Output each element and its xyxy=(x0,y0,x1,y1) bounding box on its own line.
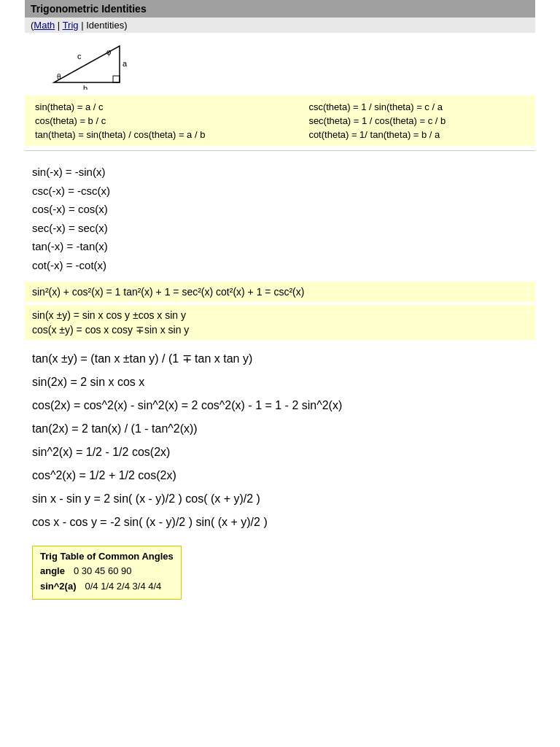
divider xyxy=(25,150,535,151)
product-cos-formula: cos x - cos y = -2 sin( (x - y)/2 ) sin(… xyxy=(32,511,528,534)
sin-header: sin^2(a) xyxy=(40,579,77,595)
even-odd-line6: cot(-x) = -cot(x) xyxy=(32,256,528,275)
svg-text:b: b xyxy=(83,84,88,90)
breadcrumb-math-link[interactable]: Math xyxy=(34,20,55,31)
cos-double-formula: cos(2x) = cos^2(x) - sin^2(x) = 2 cos^2(… xyxy=(32,394,528,417)
even-odd-line3: cos(-x) = cos(x) xyxy=(32,200,528,219)
svg-rect-1 xyxy=(113,76,120,82)
triangle-diagram: c a b θ φ xyxy=(47,39,134,90)
breadcrumb-sep1: | xyxy=(55,20,62,31)
basic-ratios-table: sin(theta) = a / c csc(theta) = 1 / sin(… xyxy=(32,100,528,142)
even-odd-line2: csc(-x) = -csc(x) xyxy=(32,182,528,201)
even-odd-line4: sec(-x) = sec(x) xyxy=(32,219,528,238)
svg-text:θ: θ xyxy=(57,73,61,81)
cos-half-formula: cos^2(x) = 1/2 + 1/2 cos(2x) xyxy=(32,464,528,487)
title-bar: Trigonometric Identities xyxy=(25,0,535,18)
sin-double-formula: sin(2x) = 2 sin x cos x xyxy=(32,371,528,394)
cos-sum-formula: cos(x ±y) = cos x cosy ∓sin x sin y xyxy=(32,324,528,336)
sec-ratio: sec(theta) = 1 / cos(theta) = c / b xyxy=(306,114,528,128)
triangle-svg: c a b θ φ xyxy=(47,39,134,90)
even-odd-section: sin(-x) = -sin(x) csc(-x) = -csc(x) cos(… xyxy=(25,155,535,282)
table-row: tan(theta) = sin(theta) / cos(theta) = a… xyxy=(32,128,528,142)
sin-ratio: sin(theta) = a / c xyxy=(32,100,306,114)
trig-table-header-row: angle 0 30 45 60 90 xyxy=(40,564,174,579)
breadcrumb-trig-link[interactable]: Trig xyxy=(63,20,79,31)
tan-double-formula: tan(2x) = 2 tan(x) / (1 - tan^2(x)) xyxy=(32,417,528,441)
breadcrumb-sep2: | Identities) xyxy=(79,20,128,31)
cot-ratio: cot(theta) = 1/ tan(theta) = b / a xyxy=(306,128,528,142)
basic-ratios-section: sin(theta) = a / c csc(theta) = 1 / sin(… xyxy=(25,96,535,146)
product-sin-formula: sin x - sin y = 2 sin( (x - y)/2 ) cos( … xyxy=(32,487,528,511)
tan-sum-formula: tan(x ±y) = (tan x ±tan y) / (1 ∓ tan x … xyxy=(32,347,528,371)
pythagorean-section: sin²(x) + cos²(x) = 1 tan²(x) + 1 = sec²… xyxy=(25,282,535,302)
csc-ratio: csc(theta) = 1 / sin(theta) = c / a xyxy=(306,100,528,114)
pythagorean-formula: sin²(x) + cos²(x) = 1 tan²(x) + 1 = sec²… xyxy=(32,286,304,298)
angle-values: 0 30 45 60 90 xyxy=(74,564,132,579)
sin-half-formula: sin^2(x) = 1/2 - 1/2 cos(2x) xyxy=(32,441,528,464)
formulas-section: tan(x ±y) = (tan x ±tan y) / (1 ∓ tan x … xyxy=(25,343,535,538)
trig-table-data-row: sin^2(a) 0/4 1/4 2/4 3/4 4/4 xyxy=(40,579,174,595)
sin-values: 0/4 1/4 2/4 3/4 4/4 xyxy=(85,579,162,595)
sin-sum-formula: sin(x ±y) = sin x cos y ±cos x sin y xyxy=(32,309,528,321)
trig-table-section: Trig Table of Common Angles angle 0 30 4… xyxy=(32,546,182,600)
tan-ratio: tan(theta) = sin(theta) / cos(theta) = a… xyxy=(32,128,306,142)
cos-ratio: cos(theta) = b / c xyxy=(32,114,306,128)
breadcrumb: (Math | Trig | Identities) xyxy=(25,18,535,33)
svg-text:c: c xyxy=(77,52,82,61)
even-odd-line1: sin(-x) = -sin(x) xyxy=(32,163,528,182)
page-title: Trigonometric Identities xyxy=(31,3,147,15)
even-odd-line5: tan(-x) = -tan(x) xyxy=(32,237,528,256)
sum-diff-section: sin(x ±y) = sin x cos y ±cos x sin y cos… xyxy=(25,305,535,340)
page-container: Trigonometric Identities (Math | Trig | … xyxy=(25,0,535,607)
table-row: cos(theta) = b / c sec(theta) = 1 / cos(… xyxy=(32,114,528,128)
angle-header: angle xyxy=(40,564,65,579)
svg-text:a: a xyxy=(122,59,128,68)
svg-text:φ: φ xyxy=(106,48,112,56)
table-row: sin(theta) = a / c csc(theta) = 1 / sin(… xyxy=(32,100,528,114)
trig-table-title: Trig Table of Common Angles xyxy=(40,551,174,562)
